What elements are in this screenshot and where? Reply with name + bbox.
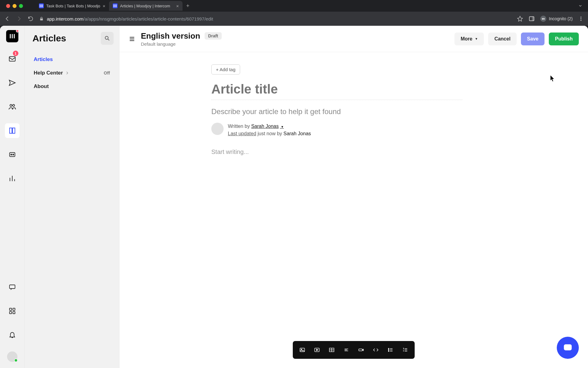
rail-articles[interactable]	[5, 123, 20, 138]
publish-button[interactable]: Publish	[549, 33, 579, 45]
svg-point-21	[11, 154, 12, 155]
app-logo[interactable]	[6, 30, 18, 42]
lock-icon	[39, 17, 44, 21]
maximize-window-icon[interactable]	[19, 4, 23, 8]
svg-rect-27	[13, 312, 15, 314]
article-title-input[interactable]	[211, 82, 462, 100]
svg-point-28	[105, 36, 108, 39]
insert-image-button[interactable]	[296, 344, 308, 356]
insert-divider-button[interactable]	[341, 344, 352, 356]
favicon-icon	[39, 3, 44, 8]
user-avatar[interactable]	[7, 351, 17, 362]
address-bar: app.intercom.com/a/apps/nnsgmgob/article…	[0, 12, 588, 26]
bookmark-icon[interactable]	[517, 16, 523, 22]
minimize-window-icon[interactable]	[13, 4, 17, 8]
svg-point-10	[544, 18, 545, 20]
close-window-icon[interactable]	[6, 4, 10, 8]
more-button[interactable]: More ▼	[454, 33, 484, 45]
tabs-dropdown-icon[interactable]	[578, 4, 582, 8]
insert-code-button[interactable]	[370, 344, 382, 356]
rail-contacts[interactable]	[5, 99, 20, 114]
svg-rect-6	[40, 18, 43, 20]
panel-icon[interactable]	[529, 16, 535, 22]
rail-outbound[interactable]	[5, 75, 20, 90]
chevron-right-icon	[65, 71, 69, 75]
svg-rect-24	[9, 308, 12, 310]
numbered-list-button[interactable]	[399, 344, 411, 356]
svg-rect-37	[564, 344, 572, 351]
rail-reports[interactable]	[5, 171, 20, 186]
rail-operator[interactable]	[5, 147, 20, 162]
sidebar-item-help-center[interactable]: Help Center Off	[30, 66, 114, 80]
svg-rect-0	[40, 4, 40, 7]
article-body-input[interactable]: Start writing...	[211, 148, 462, 155]
favicon-icon	[113, 3, 118, 8]
insert-button-button[interactable]	[355, 344, 367, 356]
sidebar-item-label: Articles	[34, 56, 53, 63]
incognito-icon	[540, 16, 546, 22]
sidebar-item-about[interactable]: About	[30, 80, 114, 93]
forward-button[interactable]	[16, 16, 22, 22]
window-controls	[4, 4, 23, 8]
svg-rect-14	[10, 34, 11, 38]
tab-title: Articles | Moodjoy | Intercom	[120, 4, 174, 8]
updated-suffix: just now by	[258, 131, 283, 136]
cancel-button[interactable]: Cancel	[488, 33, 516, 45]
incognito-indicator[interactable]: Incognito (2)	[540, 16, 573, 22]
svg-point-35	[388, 350, 389, 351]
browser-tab-1[interactable]: Task Bots | Task Bots | Moodjo ×	[35, 1, 109, 11]
reload-button[interactable]	[28, 16, 34, 22]
main-content: English version Draft Default language M…	[119, 26, 588, 368]
app-content: 1 Articles	[0, 26, 588, 368]
svg-rect-23	[9, 285, 15, 289]
author-dropdown[interactable]: Sarah Jonas ▼	[251, 124, 284, 129]
caret-down-icon: ▼	[280, 125, 284, 128]
kebab-menu-icon[interactable]	[578, 16, 584, 21]
caret-down-icon: ▼	[475, 37, 478, 40]
inbox-badge: 1	[13, 51, 18, 56]
status-badge: Draft	[205, 32, 222, 40]
rail-notifications[interactable]	[5, 328, 20, 342]
rail-apps[interactable]	[5, 304, 20, 318]
article-description-input[interactable]: Describe your article to help it get fou…	[211, 107, 462, 116]
titlebar: Task Bots | Task Bots | Moodjo × Article…	[0, 0, 588, 12]
save-button[interactable]: Save	[521, 33, 545, 45]
svg-point-12	[581, 18, 582, 19]
bullet-list-button[interactable]	[385, 344, 396, 356]
help-center-status-badge: Off	[104, 71, 110, 75]
rail-messages[interactable]	[5, 280, 20, 294]
insert-video-button[interactable]	[311, 344, 323, 356]
search-button[interactable]	[101, 32, 114, 45]
sidebar-item-label: Help Center	[34, 70, 63, 76]
url-field[interactable]: app.intercom.com/a/apps/nnsgmgob/article…	[39, 16, 511, 21]
page-subtitle: Default language	[141, 41, 222, 47]
insert-table-button[interactable]	[326, 344, 337, 356]
browser-tab-2[interactable]: Articles | Moodjoy | Intercom ×	[109, 1, 183, 11]
last-updated-link[interactable]: Last updated	[228, 131, 256, 136]
sidebar-title: Articles	[32, 33, 66, 44]
rail-inbox[interactable]: 1	[5, 52, 20, 66]
sidebar-toggle-button[interactable]	[129, 36, 135, 42]
svg-rect-2	[42, 4, 43, 7]
close-tab-icon[interactable]: ×	[176, 3, 179, 9]
new-tab-button[interactable]: +	[186, 3, 190, 9]
tab-title: Task Bots | Task Bots | Moodjo	[46, 4, 100, 8]
svg-point-19	[13, 104, 15, 106]
browser-chrome: Task Bots | Task Bots | Moodjo × Article…	[0, 0, 588, 26]
svg-point-9	[542, 18, 543, 20]
byline: Written by Sarah Jonas ▼ Last updated ju…	[211, 123, 462, 137]
close-tab-icon[interactable]: ×	[103, 3, 105, 9]
svg-rect-17	[9, 56, 15, 61]
svg-point-13	[581, 20, 582, 21]
intercom-launcher[interactable]	[557, 337, 579, 359]
editor-header: English version Draft Default language M…	[119, 26, 588, 52]
written-by-label: Written by	[228, 124, 251, 129]
back-button[interactable]	[4, 16, 10, 22]
svg-rect-20	[9, 153, 15, 157]
sidebar-item-articles[interactable]: Articles	[30, 53, 114, 66]
tab-strip: Task Bots | Task Bots | Moodjo × Article…	[35, 0, 190, 12]
editor-toolbar	[293, 341, 415, 359]
svg-rect-3	[114, 4, 114, 7]
svg-rect-5	[116, 4, 117, 7]
add-tag-button[interactable]: + Add tag	[211, 64, 240, 75]
